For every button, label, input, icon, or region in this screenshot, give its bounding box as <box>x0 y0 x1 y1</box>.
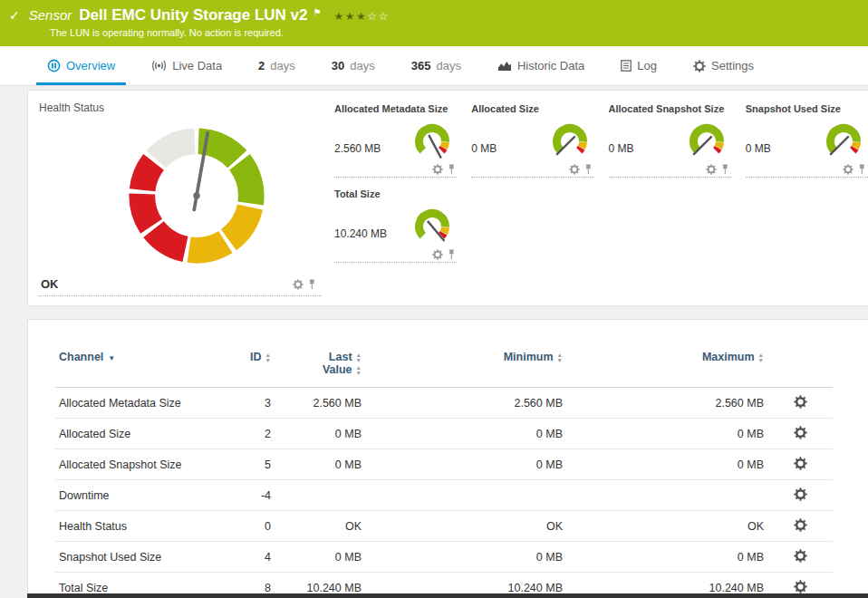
column-label: Minimum <box>504 351 554 363</box>
column-label: Maximum <box>702 351 755 363</box>
minimum-cell <box>365 480 566 511</box>
column-header-maximum[interactable]: Maximum▲▼ <box>566 347 767 388</box>
gauge-value: 10.240 MB <box>334 227 387 240</box>
tab-settings[interactable]: Settings <box>682 46 765 85</box>
star-empty-icon[interactable]: ☆ <box>379 10 390 23</box>
tab-historic-data[interactable]: Historic Data <box>487 46 595 85</box>
minimum-cell: 0 MB <box>365 449 566 480</box>
tab-log[interactable]: Log <box>610 46 668 85</box>
gauge-settings-icon[interactable] <box>293 279 304 290</box>
last-value-cell: 2.560 MB <box>275 388 365 419</box>
pin-icon[interactable] <box>721 164 729 175</box>
gear-icon <box>693 60 706 72</box>
star-filled-icon[interactable]: ★ <box>333 10 344 23</box>
pin-icon[interactable] <box>308 279 316 290</box>
star-filled-icon[interactable]: ★ <box>345 10 356 23</box>
health-gauge-dial <box>117 116 276 275</box>
log-icon <box>621 60 632 72</box>
tab-live-data[interactable]: Live Data <box>140 46 233 85</box>
maximum-cell: 0 MB <box>566 419 767 449</box>
flag-icon[interactable]: ⚑ <box>313 7 321 17</box>
tab-2-days[interactable]: 2days <box>247 46 306 85</box>
gauge-settings-icon[interactable] <box>843 164 854 175</box>
gauge-value: 0 MB <box>471 142 497 155</box>
gauge-block-allocated-snapshot-size: Allocated Snapshot Size0 MB <box>609 103 731 178</box>
pin-icon[interactable] <box>448 249 456 260</box>
channel-name-cell: Downtime <box>55 480 218 511</box>
gauge-dial <box>411 121 453 163</box>
channel-settings-button[interactable] <box>794 426 807 442</box>
sort-icon: ▲▼ <box>356 352 362 362</box>
last-value-cell: 0 MB <box>275 419 365 449</box>
column-label: Channel <box>59 351 103 363</box>
id-cell: 4 <box>218 542 275 573</box>
sort-descending-icon: ▼ <box>108 354 115 362</box>
gauge-label: Allocated Size <box>471 103 593 114</box>
sort-icon: ▲▼ <box>265 352 271 362</box>
object-kind-label: Sensor <box>29 7 72 23</box>
minimum-cell: OK <box>365 511 566 542</box>
sensor-title: Dell EMC Unity Storage LUN v2 <box>79 6 307 24</box>
tab-label: days <box>436 59 460 72</box>
actions-cell <box>767 419 833 449</box>
gauge-settings-icon[interactable] <box>706 164 717 175</box>
pin-icon[interactable] <box>448 164 456 175</box>
gauge-block-allocated-size: Allocated Size0 MB <box>471 103 593 178</box>
gauge-label: Allocated Metadata Size <box>334 103 457 114</box>
tab-number: 2 <box>258 59 265 72</box>
gauge-label: Snapshot Used Size <box>746 103 868 114</box>
last-value-cell: 0 MB <box>275 449 365 480</box>
sensor-status-message: The LUN is operating normally. No action… <box>0 27 868 38</box>
column-header-minimum[interactable]: Minimum▲▼ <box>365 347 566 388</box>
gauge-label: Allocated Snapshot Size <box>609 103 731 114</box>
actions-cell <box>767 480 833 511</box>
channel-table: Channel▼ID▲▼Last▲▼Value▲▼Minimum▲▼Maximu… <box>55 347 833 598</box>
gauge-dial <box>549 121 591 163</box>
gauge-dial <box>823 121 864 163</box>
health-footer-icons <box>293 279 316 290</box>
gauge-settings-icon[interactable] <box>432 249 443 260</box>
table-row-downtime: Downtime-4 <box>55 480 833 511</box>
priority-stars[interactable]: ★★★☆☆ <box>333 10 389 23</box>
tab-overview[interactable]: Overview <box>36 46 126 85</box>
tab-label: Historic Data <box>517 59 584 72</box>
star-filled-icon[interactable]: ★ <box>356 10 367 23</box>
channel-name-cell: Allocated Metadata Size <box>55 388 218 419</box>
tab-label: Overview <box>66 59 115 72</box>
tab-number: 365 <box>411 59 431 72</box>
status-ok-check-icon: ✓ <box>9 8 20 23</box>
channel-gauges: Allocated Metadata Size2.560 MBAllocated… <box>334 101 868 296</box>
channel-name-cell: Allocated Snapshot Size <box>55 449 218 480</box>
tab-365-days[interactable]: 365days <box>400 46 472 85</box>
actions-cell <box>767 449 833 480</box>
health-status-block: Health Status OK <box>39 101 334 296</box>
channel-table-body: Allocated Metadata Size32.560 MB2.560 MB… <box>55 388 833 598</box>
star-empty-icon[interactable]: ☆ <box>367 10 378 23</box>
tab-bar: OverviewLive Data2days30days365daysHisto… <box>0 46 868 86</box>
channel-name-cell: Allocated Size <box>55 419 218 449</box>
column-header-actions <box>767 347 833 388</box>
tab-label: days <box>270 59 294 72</box>
gauge-settings-icon[interactable] <box>569 164 580 175</box>
tab-30-days[interactable]: 30days <box>321 46 386 85</box>
channel-settings-button[interactable] <box>794 457 807 473</box>
channel-settings-button[interactable] <box>794 549 807 565</box>
column-header-channel[interactable]: Channel▼ <box>55 347 218 388</box>
prtg-sensor-page: ✓ Sensor Dell EMC Unity Storage LUN v2 ⚑… <box>0 0 868 598</box>
gauge-label: Total Size <box>334 188 457 199</box>
column-header-last-value[interactable]: Last▲▼Value▲▼ <box>275 347 365 388</box>
pin-icon[interactable] <box>858 164 866 175</box>
maximum-cell: OK <box>566 511 767 542</box>
health-status-footer: OK <box>39 275 322 296</box>
id-cell: 3 <box>218 388 275 419</box>
column-header-id[interactable]: ID▲▼ <box>218 347 275 388</box>
sort-icon: ▲▼ <box>557 352 563 362</box>
pin-icon[interactable] <box>584 164 593 175</box>
broadcast-icon <box>151 60 167 72</box>
channel-settings-button[interactable] <box>794 395 807 411</box>
channel-settings-button[interactable] <box>794 518 807 535</box>
last-value-cell <box>275 480 365 511</box>
gauge-settings-icon[interactable] <box>432 164 443 175</box>
channel-settings-button[interactable] <box>794 487 807 504</box>
tab-label: Live Data <box>172 59 222 72</box>
